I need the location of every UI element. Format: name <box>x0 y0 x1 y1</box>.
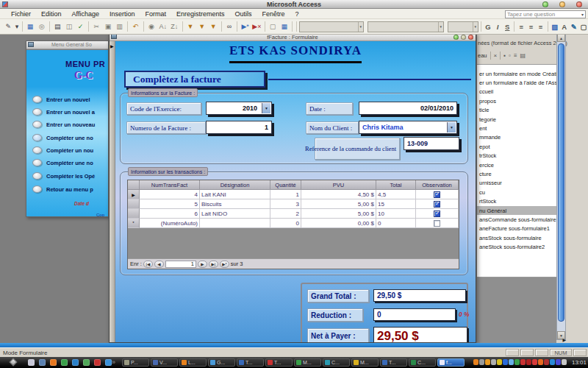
net-a-payer-field[interactable]: 29,50 $ <box>373 327 467 342</box>
column-header[interactable]: PVU <box>301 180 376 190</box>
column-header[interactable]: Désignation <box>200 180 270 190</box>
tray-icon[interactable] <box>497 359 502 365</box>
last-record-button[interactable]: ▶| <box>209 261 218 268</box>
menu-fenetre[interactable]: Fenêtre <box>257 10 290 18</box>
list-item[interactable]: trStock <box>477 152 556 160</box>
list-item[interactable]: ticle <box>477 106 556 115</box>
list-item[interactable]: propos <box>477 96 556 105</box>
tray-icon[interactable] <box>562 359 567 365</box>
list-item[interactable]: rtStock <box>477 197 556 205</box>
question-input[interactable]: Tapez une question ▾ <box>505 10 586 18</box>
tray-icon[interactable] <box>485 359 490 365</box>
maximize-button[interactable] <box>559 1 565 7</box>
cell-pvu[interactable]: 5,00 $ <box>301 199 376 209</box>
overflow-chevron-icon[interactable]: » <box>112 358 115 366</box>
tray-icon[interactable] <box>532 359 537 365</box>
chevron-down-icon[interactable]: ▾ <box>581 12 584 17</box>
list-item[interactable]: epot <box>477 142 556 151</box>
task-button[interactable]: G... <box>208 358 235 367</box>
quick-launch-icon[interactable] <box>105 359 112 366</box>
view-icon[interactable]: ✎ <box>3 21 14 32</box>
tray-icon[interactable] <box>514 359 520 365</box>
quick-launch-icon[interactable] <box>39 359 46 366</box>
font-size-select[interactable]: ▾ <box>448 21 478 32</box>
cell-quantite[interactable]: 2 <box>270 209 301 219</box>
copy-icon[interactable]: ▣ <box>103 21 114 32</box>
minimize-button[interactable] <box>453 35 459 40</box>
bold-icon[interactable]: G <box>484 21 492 32</box>
menu-outils[interactable]: Outils <box>230 10 257 18</box>
cell-total[interactable]: 4,5 <box>376 190 416 199</box>
cell-quantite[interactable]: 0 <box>270 219 301 228</box>
quick-launch-icon[interactable] <box>94 359 101 366</box>
align-left-icon[interactable]: ≡ <box>517 21 526 32</box>
cell-designation[interactable] <box>200 219 270 228</box>
menu-format[interactable]: Format <box>140 10 171 18</box>
undo-icon[interactable]: ↶ <box>130 21 141 32</box>
reference-commande-field[interactable]: 13-009 <box>404 137 459 150</box>
delete-icon[interactable]: × <box>494 52 498 59</box>
date-field[interactable]: 02/01/2010 <box>359 102 457 115</box>
cell-pvu[interactable]: 4,50 $ <box>301 190 376 199</box>
column-header[interactable]: Observation <box>416 180 459 190</box>
database-window-icon[interactable]: ▦ <box>279 21 290 32</box>
tray-icon[interactable] <box>544 359 549 365</box>
first-record-button[interactable]: |◀ <box>143 261 153 268</box>
code-exercice-combobox[interactable]: 2010 ▼ <box>206 102 272 115</box>
list-item[interactable]: ent <box>477 124 556 132</box>
cell-numtransfact[interactable]: (NuméroAuto) <box>140 219 200 228</box>
close-button[interactable] <box>576 1 582 7</box>
option-button[interactable] <box>32 108 42 116</box>
list-item[interactable]: er un formulaire en mode Création <box>477 69 556 78</box>
properties-icon[interactable]: ▢ <box>268 21 279 32</box>
cell-numtransfact[interactable]: 6 <box>140 209 200 219</box>
row-selector[interactable] <box>128 199 140 209</box>
chevron-down-icon[interactable]: ▾ <box>438 22 444 32</box>
quick-launch-icon[interactable] <box>72 359 79 366</box>
column-header[interactable]: NumTransFact <box>140 180 200 190</box>
numero-facture-field[interactable]: 1 <box>206 121 272 134</box>
view-caret-icon[interactable]: ▾ <box>15 21 20 32</box>
row-selector[interactable]: ▶ <box>128 190 140 199</box>
cell-quantite[interactable]: 1 <box>270 190 301 199</box>
list-item[interactable]: aneStock sous-formulaire2 <box>477 242 556 251</box>
tray-icon[interactable] <box>520 359 526 365</box>
tray-icon[interactable] <box>556 359 561 365</box>
option-button[interactable] <box>32 134 42 141</box>
details-view-icon[interactable]: ▤ <box>520 52 526 59</box>
observation-checkbox[interactable] <box>434 220 440 227</box>
vertical-scrollbar[interactable]: ▲ ▼ <box>556 33 566 340</box>
cell-numtransfact[interactable]: 4 <box>140 190 200 199</box>
menu-fichier[interactable]: Fichier <box>6 10 36 18</box>
task-button[interactable]: M... <box>351 358 379 367</box>
task-button[interactable]: C... <box>323 358 350 367</box>
cell-designation[interactable]: Biscuits <box>200 199 270 209</box>
list-item[interactable]: mmande <box>477 133 556 142</box>
observation-checkbox[interactable] <box>434 191 440 198</box>
chevron-down-icon[interactable]: ▼ <box>447 122 456 132</box>
align-center-icon[interactable]: ≡ <box>526 21 535 32</box>
tray-icon[interactable] <box>491 359 496 365</box>
maximize-button[interactable] <box>461 35 466 40</box>
cell-numtransfact[interactable]: 5 <box>140 199 200 209</box>
close-button[interactable] <box>468 35 473 40</box>
reduction-field[interactable]: 0 <box>373 308 456 321</box>
menu-affichage[interactable]: Affichage <box>67 10 104 18</box>
cell-designation[interactable]: Lait NIDO <box>200 209 270 219</box>
special-effect-icon[interactable]: ▢ <box>579 21 588 32</box>
minimize-button[interactable] <box>542 1 548 7</box>
row-selector[interactable] <box>128 209 140 219</box>
menu-enregistrements[interactable]: Enregistrements <box>171 10 230 18</box>
menu-edition[interactable]: Edition <box>36 10 67 18</box>
tray-icon[interactable] <box>526 359 531 365</box>
task-button[interactable]: T... <box>265 358 293 367</box>
task-button-active[interactable]: f... <box>437 358 465 367</box>
tray-icon[interactable] <box>550 359 555 365</box>
object-select[interactable]: ▾ <box>299 21 364 32</box>
option-button[interactable] <box>32 185 42 193</box>
delete-record-icon[interactable]: ▶× <box>251 21 262 32</box>
column-header[interactable]: Quantité <box>270 180 301 190</box>
list-item[interactable]: cture <box>477 169 556 178</box>
option-button[interactable] <box>32 121 42 128</box>
new-record-icon[interactable]: ▶* <box>240 21 251 32</box>
